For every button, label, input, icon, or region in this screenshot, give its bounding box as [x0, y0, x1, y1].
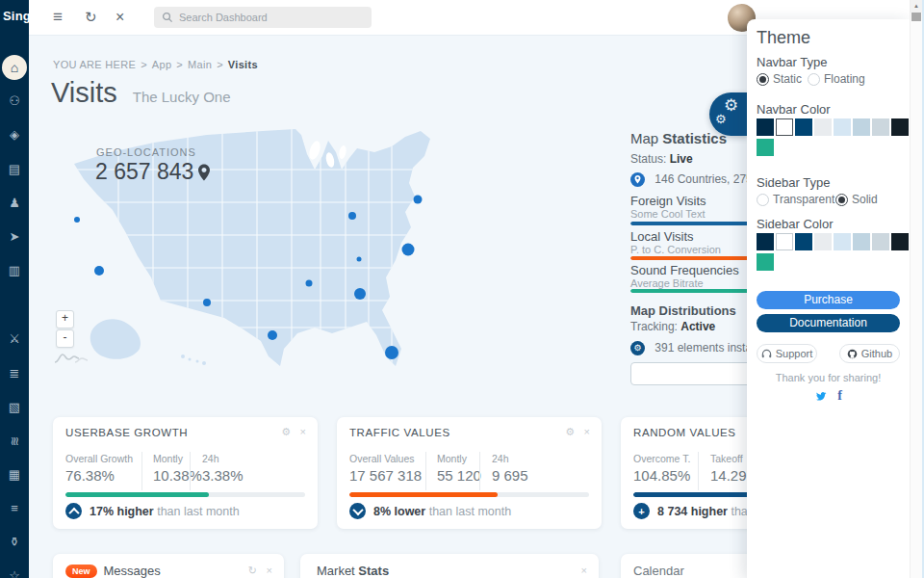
github-button[interactable]: Github — [839, 344, 900, 363]
user-icon[interactable]: ♟ — [0, 195, 29, 212]
map-marker[interactable] — [385, 346, 398, 359]
facebook-icon[interactable]: f — [837, 388, 842, 404]
market-stats-header: Market Stats — [317, 564, 389, 578]
card-close-icon[interactable]: × — [581, 565, 587, 576]
network-icon[interactable]: ⚔ — [0, 330, 29, 348]
card-close-icon[interactable]: × — [267, 565, 272, 576]
hawaii-inset — [181, 355, 206, 365]
map-marker[interactable] — [357, 257, 362, 262]
traffic-values-card: TRAFFIC VALUES ⚙ × Overall Values 17 567… — [337, 417, 602, 529]
card-gear-icon[interactable]: ⚙ — [281, 426, 291, 438]
layers-icon[interactable]: ≣ — [0, 365, 29, 382]
map-zoom-in-button[interactable]: + — [56, 310, 74, 328]
radio-sidebar-transparent[interactable]: Transparent — [757, 193, 834, 206]
navbar-color-swatches-row2 — [757, 139, 774, 156]
refresh-icon[interactable]: ↻ — [85, 0, 97, 35]
map-zoom-out-button[interactable]: - — [56, 329, 74, 348]
color-swatch[interactable] — [872, 233, 889, 250]
gear-icon: ⚙ — [715, 112, 727, 126]
sidebar-color-swatches — [757, 233, 909, 250]
hamburger-icon[interactable]: ≡ — [53, 0, 63, 35]
breadcrumb: YOU ARE HERE>App>Main>Visits — [53, 59, 258, 70]
page-scrollbar[interactable]: ▲ — [910, 0, 924, 578]
theme-panel: Theme Navbar Type Static Floating Navbar… — [747, 19, 910, 578]
app-logo[interactable]: Sing — [3, 9, 31, 23]
theme-settings-toggle[interactable]: ⚙ ⚙ — [709, 92, 748, 136]
close-icon[interactable]: × — [116, 0, 124, 35]
color-swatch[interactable] — [757, 253, 774, 271]
file-icon[interactable]: ▧ — [0, 399, 29, 416]
card-gear-icon[interactable]: ⚙ — [565, 426, 575, 438]
card-note: 8% lower than last month — [349, 503, 511, 519]
users-icon[interactable]: ⚇ — [0, 92, 29, 110]
breadcrumb-main[interactable]: Main — [188, 59, 212, 70]
map-marker[interactable] — [268, 330, 277, 340]
color-swatch-selected[interactable] — [757, 233, 774, 250]
map-marker[interactable] — [414, 196, 423, 204]
page-subtitle: The Lucky One — [133, 89, 231, 105]
radio-icon — [808, 73, 820, 86]
document-icon[interactable]: ▥ — [0, 262, 29, 279]
color-swatch[interactable] — [795, 233, 812, 250]
theme-panel-title: Theme — [757, 28, 810, 48]
sidebar-type-label: Sidebar Type — [757, 175, 830, 190]
map-marker[interactable] — [348, 212, 356, 220]
color-swatch[interactable] — [834, 118, 851, 136]
radio-navbar-static[interactable]: Static — [757, 72, 802, 86]
color-swatch-selected[interactable] — [776, 118, 793, 136]
color-swatch[interactable] — [891, 233, 909, 250]
card-title: TRAFFIC VALUES — [349, 427, 450, 438]
color-swatch[interactable] — [776, 233, 793, 250]
card-close-icon[interactable]: × — [584, 426, 590, 437]
rows-icon[interactable]: ≡ — [0, 500, 29, 517]
support-button[interactable]: Support — [757, 344, 817, 363]
sliders-icon[interactable]: ≋ — [6, 427, 23, 456]
stat-col: Montly 10.38% — [153, 453, 202, 484]
chevron-down-icon — [349, 503, 366, 519]
color-swatch[interactable] — [834, 233, 851, 250]
map-marker[interactable] — [94, 266, 104, 276]
color-swatch[interactable] — [814, 233, 832, 250]
map-marker[interactable] — [354, 288, 366, 300]
color-swatch[interactable] — [891, 118, 909, 136]
star-icon[interactable]: ☆ — [0, 567, 29, 578]
map-marker[interactable] — [74, 217, 80, 223]
map-marker[interactable] — [306, 280, 313, 287]
breadcrumb-app[interactable]: App — [152, 59, 171, 70]
twitter-icon[interactable] — [814, 390, 828, 402]
purchase-button[interactable]: Purchase — [757, 291, 900, 309]
home-icon[interactable]: ⌂ — [0, 59, 29, 76]
navbar-color-label: Navbar Color — [757, 102, 831, 117]
color-swatch[interactable] — [795, 118, 812, 136]
search-input[interactable] — [154, 7, 372, 28]
gem-icon[interactable]: ◈ — [0, 126, 29, 144]
color-swatch[interactable] — [872, 118, 889, 136]
page-title: VisitsThe Lucky One — [51, 77, 230, 109]
scrollbar-up-arrow[interactable]: ▲ — [911, 0, 922, 13]
scrollbar-thumb[interactable] — [911, 13, 921, 21]
breadcrumb-root: YOU ARE HERE — [53, 59, 136, 70]
github-icon — [847, 349, 858, 359]
bag-icon[interactable]: ⚱ — [0, 534, 29, 551]
card-refresh-icon[interactable]: ↻ — [248, 565, 257, 577]
map-marker[interactable] — [402, 244, 415, 256]
documentation-button[interactable]: Documentation — [757, 314, 900, 332]
color-swatch[interactable] — [757, 118, 774, 136]
plus-icon: + — [633, 503, 650, 519]
radio-navbar-floating[interactable]: Floating — [808, 72, 865, 86]
geo-locations-value: 2 657 843 — [95, 159, 211, 185]
color-swatch[interactable] — [853, 118, 870, 136]
navbar-color-swatches — [757, 118, 909, 136]
list-icon[interactable]: ▤ — [0, 161, 29, 178]
map-marker[interactable] — [203, 299, 211, 306]
card-close-icon[interactable]: × — [300, 426, 306, 437]
card-title: RANDOM VALUES — [633, 427, 736, 438]
color-swatch[interactable] — [757, 139, 774, 156]
color-swatch[interactable] — [853, 233, 870, 250]
color-swatch[interactable] — [814, 118, 832, 136]
grid-icon[interactable]: ▦ — [0, 466, 29, 484]
amcharts-logo[interactable] — [54, 348, 89, 364]
send-icon[interactable]: ➤ — [0, 228, 29, 246]
radio-selected-icon — [835, 194, 848, 206]
radio-sidebar-solid[interactable]: Solid — [835, 193, 878, 206]
